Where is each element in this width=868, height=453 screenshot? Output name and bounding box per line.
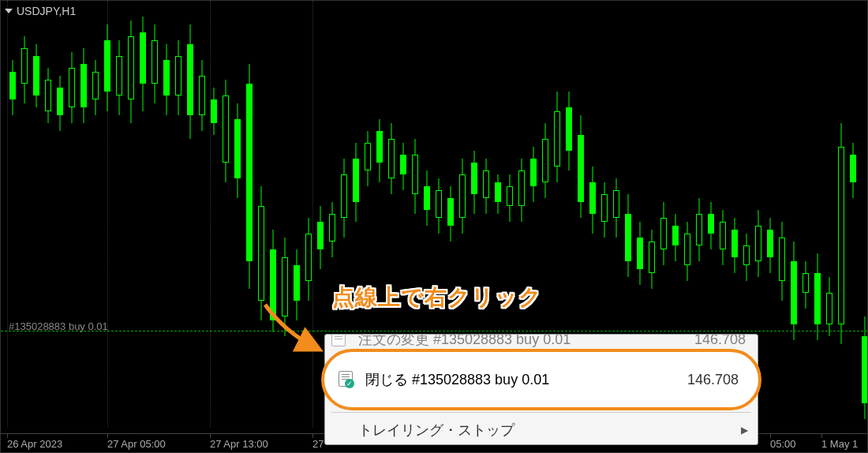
- context-menu: 注文の変更 #135028883 buy 0.01 146.708 ✓ 閉じる …: [324, 334, 758, 445]
- menu-item-trailing-stop[interactable]: トレイリング・ストップ ▶: [325, 416, 758, 444]
- menu-price: 146.708: [687, 372, 739, 388]
- annotation-arrow-icon: [261, 301, 332, 356]
- x-axis-label: 1 May 1: [821, 438, 858, 450]
- menu-divider: [331, 412, 751, 413]
- x-axis-label: 26 Apr 2023: [7, 438, 62, 450]
- spacer-icon: [331, 421, 349, 439]
- dropdown-triangle-icon: [5, 9, 13, 13]
- menu-label: トレイリング・ストップ: [358, 421, 746, 440]
- x-axis-label: 05:00: [770, 438, 796, 450]
- grid-line: [312, 1, 313, 427]
- chart-title: USDJPY,H1: [17, 5, 76, 17]
- order-label: #135028883 buy 0.01: [9, 320, 108, 332]
- menu-item-close-order[interactable]: ✓ 閉じる #135028883 buy 0.01 146.708: [321, 349, 761, 410]
- grid-line: [210, 1, 211, 427]
- x-axis-label: 27 Apr 05:00: [107, 438, 166, 450]
- document-check-icon: ✓: [339, 371, 356, 388]
- document-icon: [331, 335, 349, 347]
- menu-label: 注文の変更 #135028883 buy 0.01: [358, 335, 694, 347]
- annotation-callout: 点線上で右クリック: [332, 283, 542, 313]
- x-axis-label: 27 Apr 13:00: [210, 438, 268, 450]
- x-axis-label: 27: [312, 438, 324, 450]
- menu-label: 閉じる #135028883 buy 0.01: [365, 370, 687, 389]
- menu-price: 146.708: [694, 335, 746, 347]
- chart-title-bar[interactable]: USDJPY,H1: [5, 5, 76, 17]
- grid-line: [7, 1, 8, 427]
- menu-item-modify-order[interactable]: 注文の変更 #135028883 buy 0.01 146.708: [325, 335, 758, 347]
- submenu-arrow-icon: ▶: [741, 425, 748, 436]
- order-entry-line[interactable]: [1, 331, 867, 331]
